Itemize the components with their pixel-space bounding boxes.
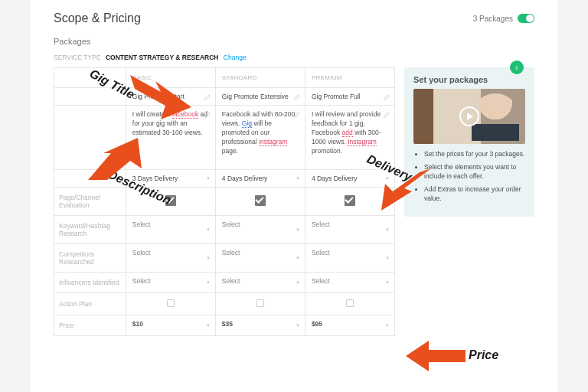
checkbox-unchecked-icon bbox=[256, 299, 264, 307]
arrow-icon bbox=[406, 341, 466, 371]
page-eval-check-standard[interactable] bbox=[215, 188, 305, 216]
chevron-down-icon: ▼ bbox=[206, 176, 211, 181]
checkbox-unchecked-icon bbox=[346, 299, 354, 307]
lightbulb-icon: ♀ bbox=[510, 60, 524, 74]
pencil-icon bbox=[294, 112, 300, 118]
checkbox-checked-icon bbox=[345, 195, 355, 206]
svg-marker-1 bbox=[88, 138, 142, 180]
keyword-select-basic[interactable]: Select▼ bbox=[126, 216, 215, 244]
tip-item: Select the elements you want to include … bbox=[424, 163, 525, 181]
arrow-icon bbox=[381, 168, 431, 211]
title-input-premium[interactable]: Gig Promote Full bbox=[305, 88, 394, 106]
svg-marker-2 bbox=[381, 168, 431, 211]
pencil-icon bbox=[384, 94, 390, 100]
action-plan-check-basic[interactable] bbox=[126, 293, 215, 315]
page-title: Scope & Pricing bbox=[54, 11, 141, 25]
svg-marker-3 bbox=[406, 341, 466, 371]
row-competitors: Competitors Researched bbox=[54, 244, 126, 273]
title-input-standard[interactable]: Gig Promote Extensive bbox=[215, 88, 305, 106]
influencers-select-premium[interactable]: Select▼ bbox=[305, 273, 394, 293]
row-price: Price bbox=[54, 315, 126, 336]
description-input-standard[interactable]: Facebook ad with 80-200 views. Gig will … bbox=[215, 106, 305, 170]
packages-section-label: Packages bbox=[54, 37, 534, 46]
pencil-icon bbox=[204, 112, 211, 118]
packages-table: BASIC STANDARD PREMIUM Gig Promote Start… bbox=[54, 67, 395, 336]
chevron-down-icon: ▼ bbox=[296, 176, 300, 181]
page-eval-check-basic[interactable] bbox=[126, 188, 215, 216]
tip-item: Set the prices for your 3 packages. bbox=[424, 150, 525, 158]
checkbox-checked-icon bbox=[255, 195, 266, 206]
packages-toggle[interactable] bbox=[518, 14, 534, 23]
influencers-select-basic[interactable]: Select▼ bbox=[126, 273, 215, 293]
competitors-select-premium[interactable]: Select▼ bbox=[305, 244, 394, 273]
checkbox-checked-icon bbox=[165, 195, 176, 206]
action-plan-check-premium[interactable] bbox=[305, 293, 394, 315]
action-plan-check-standard[interactable] bbox=[215, 293, 305, 315]
play-icon bbox=[459, 106, 479, 126]
chevron-down-icon: ▼ bbox=[206, 323, 211, 328]
pencil-icon bbox=[204, 94, 211, 100]
tip-title: Set your packages bbox=[413, 75, 525, 84]
chevron-down-icon: ▼ bbox=[296, 280, 300, 285]
service-type-change-link[interactable]: Change bbox=[224, 54, 247, 61]
chevron-down-icon: ▼ bbox=[206, 256, 211, 260]
packages-count-label: 3 Packages bbox=[473, 15, 513, 23]
row-page-eval: Page/Channel Evaluation bbox=[54, 188, 126, 216]
price-select-premium[interactable]: $95▼ bbox=[305, 315, 394, 336]
row-influencers: Influencers Identified bbox=[54, 273, 126, 293]
arrow-icon bbox=[88, 138, 142, 180]
chevron-down-icon: ▼ bbox=[385, 256, 390, 260]
competitors-select-basic[interactable]: Select▼ bbox=[126, 244, 215, 273]
tier-header-premium: PREMIUM bbox=[305, 68, 394, 88]
tier-header-standard: STANDARD bbox=[215, 68, 305, 88]
chevron-down-icon: ▼ bbox=[385, 280, 390, 285]
chevron-down-icon: ▼ bbox=[296, 256, 300, 260]
description-input-premium[interactable]: I will review and provide feedback for 1… bbox=[305, 106, 394, 170]
tip-video[interactable] bbox=[413, 89, 525, 144]
price-select-basic[interactable]: $10▼ bbox=[126, 315, 215, 336]
chevron-down-icon: ▼ bbox=[206, 227, 211, 232]
chevron-down-icon: ▼ bbox=[296, 323, 300, 328]
chevron-down-icon: ▼ bbox=[206, 280, 211, 285]
pencil-icon bbox=[384, 112, 390, 118]
chevron-down-icon: ▼ bbox=[385, 323, 390, 328]
arrow-icon bbox=[130, 75, 191, 129]
checkbox-unchecked-icon bbox=[167, 299, 175, 307]
keyword-select-standard[interactable]: Select▼ bbox=[215, 216, 305, 244]
service-type-label: SERVICE TYPE bbox=[54, 54, 101, 61]
competitors-select-standard[interactable]: Select▼ bbox=[215, 244, 305, 273]
keyword-select-premium[interactable]: Select▼ bbox=[305, 216, 394, 244]
row-keyword: Keyword/Hashtag Research bbox=[54, 216, 126, 244]
row-action-plan: Action Plan bbox=[54, 293, 126, 315]
delivery-select-standard[interactable]: 4 Days Delivery▼ bbox=[215, 170, 305, 188]
service-type-value: CONTENT STRATEGY & RESEARCH bbox=[106, 54, 219, 61]
svg-marker-0 bbox=[130, 75, 191, 119]
tip-item: Add Extras to increase your order value. bbox=[424, 185, 525, 203]
pencil-icon bbox=[294, 94, 300, 100]
chevron-down-icon: ▼ bbox=[296, 227, 300, 232]
price-select-standard[interactable]: $35▼ bbox=[215, 315, 305, 336]
influencers-select-standard[interactable]: Select▼ bbox=[215, 273, 305, 293]
chevron-down-icon: ▼ bbox=[385, 227, 390, 232]
